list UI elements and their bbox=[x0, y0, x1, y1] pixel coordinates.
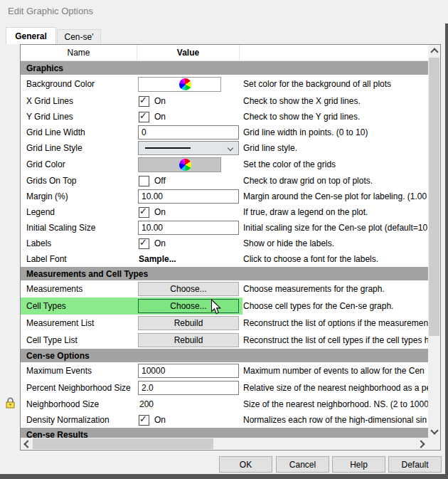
row-grid-line-width[interactable]: Grid Line Width Grid line width in point… bbox=[21, 125, 428, 140]
cancel-button[interactable]: Cancel bbox=[276, 456, 329, 473]
row-cell-type-list[interactable]: Cell Type List Rebuild Reconstruct the l… bbox=[21, 332, 428, 349]
measurement-list-rebuild-button[interactable]: Rebuild bbox=[138, 316, 239, 330]
help-button[interactable]: Help bbox=[332, 456, 385, 473]
row-cell-types[interactable]: Cell Types Choose... Choose cell types f… bbox=[21, 298, 428, 315]
row-measurement-list[interactable]: Measurement List Rebuild Reconstruct the… bbox=[21, 315, 428, 332]
section-measurements-cell-types: Measurements and Cell Types bbox=[21, 267, 428, 280]
mouse-cursor bbox=[210, 299, 222, 318]
vertical-scrollbar[interactable] bbox=[428, 45, 440, 438]
default-button[interactable]: Default bbox=[388, 456, 442, 473]
row-neighborhood-size[interactable]: Neighborhood Size 200 Size of the neares… bbox=[21, 396, 428, 412]
legend-checkbox[interactable]: ✓ bbox=[139, 207, 149, 218]
row-label: Cell Types bbox=[21, 301, 137, 311]
scroll-up-button[interactable] bbox=[428, 45, 440, 57]
row-label: Margin (%) bbox=[21, 191, 137, 201]
initial-scaling-size-input[interactable] bbox=[138, 221, 239, 235]
row-description: Click to choose a font for the labels. bbox=[240, 254, 428, 264]
line-style-sample bbox=[145, 147, 191, 149]
row-grid-color[interactable]: Grid Color Set the color of the grids bbox=[21, 156, 428, 173]
row-description: Show or hide the labels. bbox=[240, 238, 428, 248]
neighborhood-size-value: 200 bbox=[138, 399, 154, 409]
tab-general[interactable]: General bbox=[6, 27, 56, 44]
row-initial-scaling-size[interactable]: Initial Scaling Size Initial scaling siz… bbox=[21, 220, 428, 236]
grids-on-top-checkbox[interactable] bbox=[139, 176, 149, 186]
row-y-grid-lines[interactable]: Y Grid Lines ✓ On Check to show the Y gr… bbox=[21, 109, 428, 125]
checkbox-label: Off bbox=[154, 176, 166, 186]
row-grid-line-style[interactable]: Grid Line Style Grid line style. bbox=[21, 140, 428, 156]
window-title: Edit Graphic Options bbox=[8, 6, 93, 16]
row-background-color[interactable]: Background Color Set color for the backg… bbox=[21, 75, 428, 93]
ok-button[interactable]: OK bbox=[219, 456, 272, 473]
row-description: Check to show the Y grid lines. bbox=[240, 112, 428, 122]
row-description: Reconstruct the list of cell types if th… bbox=[240, 335, 428, 345]
background-color-swatch[interactable] bbox=[138, 77, 221, 92]
margin-input[interactable] bbox=[138, 189, 239, 204]
x-grid-lines-checkbox[interactable]: ✓ bbox=[139, 96, 149, 107]
horizontal-scrollbar-thumb[interactable] bbox=[33, 438, 213, 449]
row-margin[interactable]: Margin (%) Margin around the Cen-se plot… bbox=[21, 189, 428, 204]
row-label: X Grid Lines bbox=[21, 96, 137, 106]
row-labels[interactable]: Labels ✓ On Show or hide the labels. bbox=[21, 236, 428, 251]
row-description: Grid line style. bbox=[240, 143, 428, 153]
scroll-right-button[interactable] bbox=[416, 438, 428, 450]
maximum-events-input[interactable] bbox=[138, 364, 239, 378]
grid-line-width-input[interactable] bbox=[138, 125, 239, 140]
scroll-down-button[interactable] bbox=[428, 426, 440, 438]
cell-types-choose-button[interactable]: Choose... bbox=[138, 299, 239, 313]
row-description: Set the color of the grids bbox=[240, 159, 428, 169]
measurements-choose-button[interactable]: Choose... bbox=[138, 282, 239, 296]
row-label: Legend bbox=[21, 207, 137, 217]
row-label: Neighborhood Size bbox=[21, 399, 137, 409]
lock-icon bbox=[5, 397, 16, 411]
checkbox-label: On bbox=[154, 207, 166, 217]
column-header-name: Name bbox=[21, 45, 137, 60]
tab-cense[interactable]: Cen-se' bbox=[57, 29, 101, 44]
row-x-grid-lines[interactable]: X Grid Lines ✓ On Check to show the X gr… bbox=[21, 93, 428, 109]
row-description: Relative size of the nearest neighborhoo… bbox=[240, 383, 428, 393]
row-description: Grid line width in points. (0 to 10) bbox=[240, 127, 428, 137]
row-label: Cell Type List bbox=[21, 335, 137, 345]
row-description: Margin around the Cen-se plot for labeli… bbox=[240, 191, 428, 201]
property-grid-content: Name Value Graphics Background Color Set… bbox=[21, 45, 428, 438]
row-maximum-events[interactable]: Maximum Events Maximum number of events … bbox=[21, 362, 428, 379]
row-description: Normalizes each row of the high-dimensio… bbox=[240, 415, 428, 425]
row-measurements[interactable]: Measurements Choose... Choose measuremen… bbox=[21, 280, 428, 298]
cell-type-list-rebuild-button[interactable]: Rebuild bbox=[138, 333, 239, 347]
vertical-scrollbar-thumb[interactable] bbox=[429, 58, 439, 336]
density-normalization-checkbox[interactable]: ✓ bbox=[139, 415, 149, 426]
labels-checkbox[interactable]: ✓ bbox=[139, 238, 149, 249]
grid-header: Name Value bbox=[21, 45, 428, 61]
color-wheel-icon bbox=[179, 78, 191, 90]
row-description: Reconstruct the list of options if the m… bbox=[240, 318, 428, 328]
percent-neighborhood-size-input[interactable] bbox=[138, 381, 239, 395]
row-label: Grid Color bbox=[21, 159, 137, 169]
row-label: Measurements bbox=[21, 284, 137, 294]
grid-line-style-dropdown[interactable] bbox=[138, 141, 239, 155]
row-label: Density Normalization bbox=[21, 415, 137, 425]
row-description: Choose measurements for the graph. bbox=[240, 284, 428, 294]
label-font-sample-link[interactable]: Sample... bbox=[138, 254, 176, 264]
checkbox-label: On bbox=[154, 112, 166, 122]
row-legend[interactable]: Legend ✓ On If true, draw a legend on th… bbox=[21, 204, 428, 220]
row-density-normalization[interactable]: Density Normalization ✓ On Normalizes ea… bbox=[21, 412, 428, 428]
y-grid-lines-checkbox[interactable]: ✓ bbox=[139, 112, 149, 122]
row-percent-neighborhood-size[interactable]: Percent Neighborhood Size Relative size … bbox=[21, 379, 428, 396]
row-label: Labels bbox=[21, 238, 137, 248]
grid-color-swatch[interactable] bbox=[138, 157, 221, 172]
row-grids-on-top[interactable]: Grids On Top Off Check to draw grid on t… bbox=[21, 173, 428, 189]
row-description: Choose cell types for the Cen-se graph. bbox=[240, 301, 428, 311]
horizontal-scrollbar[interactable] bbox=[21, 438, 428, 450]
row-label: Background Color bbox=[21, 79, 137, 89]
chevron-down-icon bbox=[430, 426, 438, 434]
row-label-font[interactable]: Label Font Sample... Click to choose a f… bbox=[21, 251, 428, 267]
section-cense-results: Cen-se Results bbox=[21, 428, 428, 438]
scrollbar-corner bbox=[428, 438, 440, 450]
color-wheel-icon bbox=[179, 159, 191, 171]
row-label: Grid Line Width bbox=[21, 127, 137, 137]
scroll-left-button[interactable] bbox=[21, 438, 33, 450]
row-description: Check to draw grid on top of plots. bbox=[240, 176, 428, 186]
row-label: Measurement List bbox=[21, 318, 137, 328]
checkbox-label: On bbox=[154, 96, 166, 106]
window-edge-bottom bbox=[0, 474, 448, 479]
chevron-right-icon bbox=[417, 440, 425, 448]
